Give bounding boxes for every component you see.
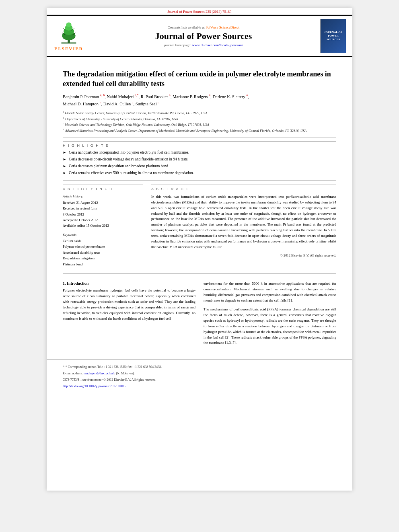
accepted-date: Accepted 8 October 2012 [63,217,143,223]
svg-rect-1 [62,43,76,44]
info-abstract-section: A R T I C L E I N F O Article history: R… [63,185,336,267]
journal-title-area: Contents lists available at SciVerse Sci… [91,25,316,47]
affiliations: a Florida Solar Energy Center, Universit… [63,110,336,133]
highlight-item-1: ► Ceria nanoparticles incorporated into … [63,150,336,155]
article-title: The degradation mitigation effect of cer… [63,69,336,89]
available-date: Available online 15 October 2012 [63,223,143,228]
body-divider [63,273,336,274]
keyword-5: Platinum band [63,261,143,267]
body-right-col: environment for the more than 5000 h in … [204,281,336,349]
elsevier-logo-area: ELSEVIER [51,21,87,51]
keyword-3: Accelerated durability tests [63,250,143,255]
history-label: Article history: [63,194,143,198]
highlight-item-4: ► Ceria remains effective over 500 h, re… [63,170,336,176]
article-body: 1. Introduction Polymer electrolyte memb… [63,281,336,349]
arrow-icon-4: ► [63,170,66,176]
highlight-item-3: ► Ceria decreases platinum deposition an… [63,164,336,169]
doi-note: http://dx.doi.org/10.1016/j.jpowsour.201… [63,384,336,389]
keywords-section: Keywords: Cerium oxide Polymer electroly… [63,233,143,267]
authors-line: Benjamin P. Pearman a, b, Nahid Mohajeri… [63,93,336,108]
arrow-icon-2: ► [63,157,66,162]
arrow-icon-1: ► [63,150,66,155]
highlight-item-2: ► Ceria decreases open-circuit voltage d… [63,157,336,162]
revised-label: Received in revised form [63,205,143,211]
intro-para-1: Polymer electrolyte membrane hydrogen fu… [63,288,195,322]
elsevier-tree-icon [53,21,85,45]
revised-date: 3 October 2012 [63,212,143,217]
corresponding-note: * * Corresponding author. Tel.: +1 321 6… [63,364,336,370]
article-info-col: A R T I C L E I N F O Article history: R… [63,185,143,267]
highlights-section: H I G H L I G H T S ► Ceria nanoparticle… [63,141,336,176]
article-info-header: A R T I C L E I N F O [63,185,143,191]
keyword-1: Cerium oxide [63,238,143,244]
received-date: Received 21 August 2012 [63,200,143,205]
sciverse-line: Contents lists available at SciVerse Sci… [91,25,316,29]
svg-point-5 [66,23,72,27]
journal-cover-area: JOURNAL OF POWER SOURCES [320,19,348,53]
intro-para-2: environment for the more than 5000 h in … [204,281,336,304]
abstract-header: A B S T R A C T [151,185,336,191]
abstract-col: A B S T R A C T In this work, two formul… [151,185,336,267]
keywords-label: Keywords: [63,233,143,237]
copyright-line: © 2012 Elsevier B.V. All rights reserved… [151,253,336,257]
intro-section-title: 1. Introduction [63,281,195,286]
section-divider [63,138,336,138]
journal-title: Journal of Power Sources [91,31,316,41]
journal-homepage: journal homepage: www.elsevier.com/locat… [91,43,316,47]
body-left-col: 1. Introduction Polymer electrolyte memb… [63,281,195,349]
elsevier-brand: ELSEVIER [54,46,83,51]
abstract-text: In this work, two formulations of cerium… [151,194,336,250]
journal-header: ELSEVIER Contents lists available at Sci… [47,15,352,57]
article-footer: * * Corresponding author. Tel.: +1 321 6… [47,359,352,396]
arrow-icon-3: ► [63,164,66,169]
journal-citation: Journal of Power Sources 225 (2013) 75–8… [47,8,352,15]
journal-cover-image: JOURNAL OF POWER SOURCES [320,19,346,53]
keyword-2: Polymer electrolyte membrane [63,244,143,249]
section-divider-2 [63,180,336,181]
intro-para-3: The mechanisms of perfluorosulfonic acid… [204,307,336,346]
email-note: E-mail address: nmohajeri@fsec.ucf.edu (… [63,371,336,376]
issn-note: 0378-7753/$ – see front matter © 2012 El… [63,378,336,383]
highlights-header: H I G H L I G H T S [63,141,336,148]
keyword-4: Degradation mitigation [63,255,143,261]
